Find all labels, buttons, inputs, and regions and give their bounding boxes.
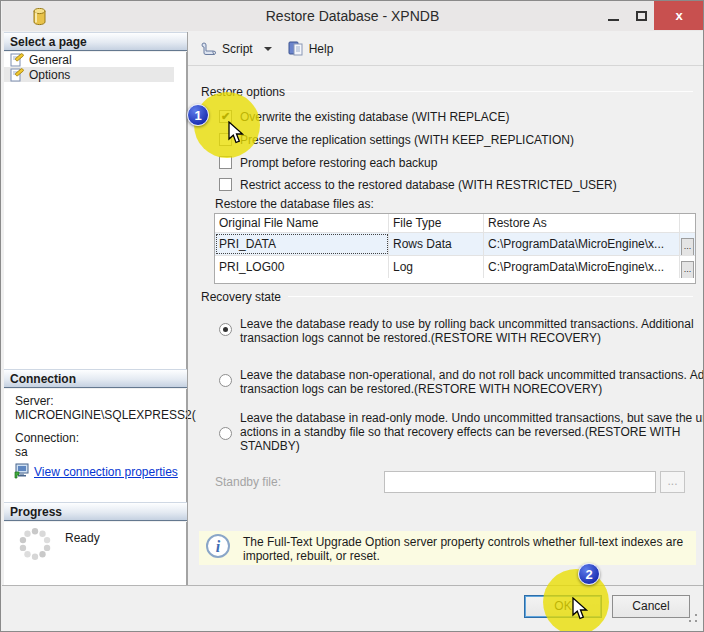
toolbar: Script Help <box>188 32 703 66</box>
browse-cell: ... <box>680 233 695 255</box>
spinner-icon <box>17 526 53 562</box>
server-label: Server: <box>15 394 54 408</box>
step-badge-1: 1 <box>187 104 209 126</box>
files-table-label: Restore the database files as: <box>215 197 374 211</box>
sidebar-item-general[interactable]: General <box>4 52 174 67</box>
script-button[interactable]: Script <box>194 38 278 59</box>
info-text-line: The Full-Text Upgrade Option server prop… <box>243 535 683 549</box>
title-bar[interactable]: Restore Database - XPNDB x <box>2 1 703 31</box>
select-a-page-header: Select a page <box>4 32 187 51</box>
original-file-name-cell[interactable]: PRI_LOG00 <box>215 256 389 278</box>
group-separator <box>288 296 693 297</box>
radio-restore-with-recovery[interactable] <box>219 323 232 336</box>
help-button[interactable]: Help <box>282 38 340 59</box>
connection-panel: Server: MICROENGINE\SQLEXPRESS2( Connect… <box>4 389 187 502</box>
progress-panel: Ready <box>4 522 187 585</box>
progress-header: Progress <box>4 502 187 521</box>
sidebar-item-options[interactable]: Options <box>4 67 174 82</box>
server-value: MICROENGINE\SQLEXPRESS2( <box>15 408 196 422</box>
browse-button[interactable]: ... <box>681 238 694 255</box>
info-text-line: imported, rebuilt, or reset. <box>243 549 380 563</box>
restore-database-dialog: Restore Database - XPNDB x Select a page… <box>0 0 704 632</box>
browse-button[interactable]: ... <box>681 261 694 278</box>
column-header[interactable]: File Type <box>389 214 484 232</box>
radio-label-line[interactable]: transaction logs cannot be restored.(RES… <box>240 331 601 345</box>
radio-label-line[interactable]: transaction logs can be restored.(RESTOR… <box>240 382 602 396</box>
page-list: General Options <box>4 52 187 369</box>
view-connection-properties-link[interactable]: View connection properties <box>34 465 178 479</box>
cancel-button[interactable]: Cancel <box>612 595 690 618</box>
table-row[interactable]: PRI_DATA Rows Data C:\ProgramData\MicroE… <box>215 232 695 255</box>
resize-grip[interactable] <box>688 613 698 623</box>
table-row[interactable]: PRI_LOG00 Log C:\ProgramData\MicroEngine… <box>215 255 695 278</box>
recovery-state-title: Recovery state <box>201 290 281 304</box>
radio-label-line[interactable]: Leave the database in read-only mode. Un… <box>240 411 704 425</box>
checkbox-label[interactable]: Prompt before restoring each backup <box>240 156 437 170</box>
restore-as-cell[interactable]: C:\ProgramData\MicroEngine\x... <box>484 233 680 255</box>
radio-restore-with-standby[interactable] <box>219 427 232 440</box>
step-badge-2: 2 <box>578 563 600 585</box>
help-label: Help <box>309 42 334 56</box>
page-icon <box>10 53 24 67</box>
browse-cell: ... <box>680 256 695 278</box>
table-header-row: Original File Name File Type Restore As <box>215 214 695 232</box>
chevron-down-icon <box>264 47 272 51</box>
column-header[interactable]: Original File Name <box>215 214 389 232</box>
radio-label-line[interactable]: Leave the database non-operational, and … <box>240 368 704 382</box>
connection-value: sa <box>15 445 28 459</box>
restore-as-cell[interactable]: C:\ProgramData\MicroEngine\x... <box>484 256 680 278</box>
column-header[interactable]: Restore As <box>484 214 680 232</box>
mouse-cursor-icon <box>571 597 591 621</box>
checkbox-label[interactable]: Preserve the replication settings (WITH … <box>240 133 574 147</box>
help-icon <box>288 41 304 56</box>
maximize-icon <box>636 11 647 21</box>
info-icon: i <box>206 534 230 558</box>
connection-properties-icon <box>14 463 31 479</box>
radio-label-line[interactable]: actions in a standby file so that recove… <box>240 425 680 439</box>
file-type-cell[interactable]: Rows Data <box>389 233 484 255</box>
files-table: Original File Name File Type Restore As … <box>214 213 696 284</box>
standby-file-label: Standby file: <box>215 475 281 489</box>
file-type-cell[interactable]: Log <box>389 256 484 278</box>
page-icon <box>10 68 24 82</box>
radio-label-line[interactable]: STANDBY) <box>240 439 300 453</box>
maximize-button[interactable] <box>628 1 654 30</box>
original-file-name-cell[interactable]: PRI_DATA <box>215 233 389 255</box>
checkbox-restrict-access[interactable] <box>219 178 232 191</box>
checkbox-label[interactable]: Restrict access to the restored database… <box>240 178 617 192</box>
connection-header: Connection <box>4 369 187 388</box>
sidebar-item-label: Options <box>29 68 70 82</box>
minimize-icon <box>608 19 619 21</box>
minimize-button[interactable] <box>598 1 628 30</box>
close-button[interactable]: x <box>654 1 704 30</box>
mouse-cursor-icon <box>227 121 247 145</box>
column-header <box>680 214 695 232</box>
standby-browse-button[interactable]: ... <box>660 471 685 493</box>
progress-status: Ready <box>65 531 100 545</box>
radio-label-line[interactable]: Leave the database ready to use by rolli… <box>240 317 694 331</box>
sidebar-item-label: General <box>29 53 72 67</box>
checkbox-label[interactable]: Overwrite the existing database (WITH RE… <box>240 110 509 124</box>
group-separator <box>285 91 693 92</box>
radio-dot <box>223 327 228 332</box>
script-label: Script <box>222 42 253 56</box>
standby-file-input[interactable] <box>384 471 656 493</box>
radio-restore-with-norecovery[interactable] <box>219 374 232 387</box>
script-icon <box>200 41 217 56</box>
connection-label: Connection: <box>15 431 79 445</box>
